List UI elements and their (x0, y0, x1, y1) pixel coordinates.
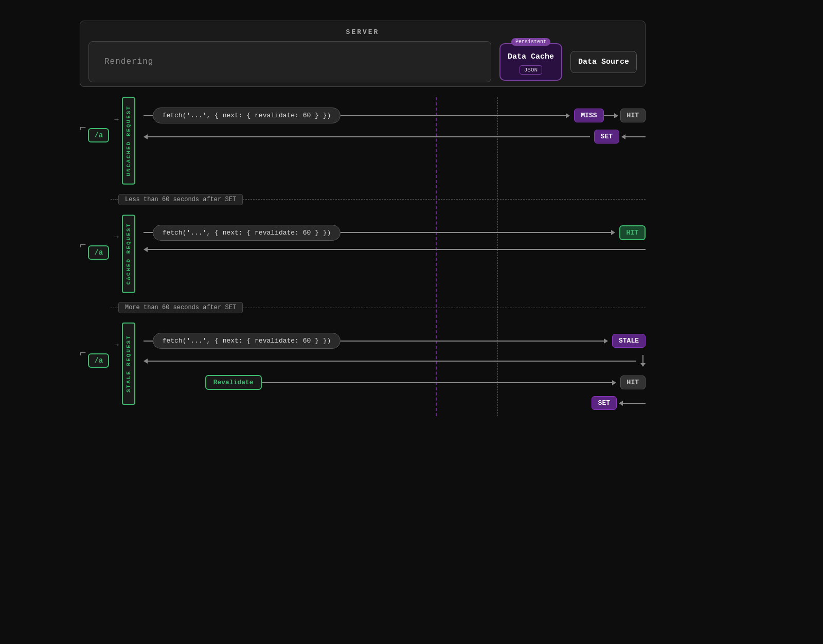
set-badge-stale: SET (592, 396, 617, 410)
stale-section: ⌐ /a → STALE REQUEST fetch('...', { next… (80, 323, 646, 416)
stale-return-row (144, 355, 646, 367)
stale-badge: STALE (612, 334, 646, 348)
stale-fetch-row: fetch('...', { next: { revalidate: 60 } … (144, 333, 646, 349)
uncached-arrows: fetch('...', { next: { revalidate: 60 } … (144, 97, 646, 150)
hit-badge-cached: HIT (619, 225, 646, 240)
hook-char-3: ⌐ (80, 346, 86, 360)
separator-label-1: Less than 60 seconds after SET (118, 194, 243, 205)
data-cache-box: Persistent Data Cache JSON (499, 43, 562, 81)
rendering-box: Rendering (88, 41, 491, 82)
separator-2: More than 60 seconds after SET (80, 302, 646, 313)
data-source-box: Data Source (570, 51, 637, 73)
uncached-fetch-row: fetch('...', { next: { revalidate: 60 } … (144, 108, 646, 123)
data-cache-title: Data Cache (508, 52, 554, 61)
uncached-request-label: UNCACHED REQUEST (122, 97, 135, 185)
route-arrow-uncached: → (111, 115, 121, 123)
hit-badge-uncached: HIT (620, 109, 646, 122)
revalidate-badge: Revalidate (205, 375, 262, 390)
server-label: SERVER (88, 25, 637, 41)
miss-badge: MISS (574, 109, 603, 122)
hook-char: ⌐ (80, 121, 86, 134)
stale-request-label: STALE REQUEST (122, 323, 135, 405)
separator-1: Less than 60 seconds after SET (80, 194, 646, 205)
cached-request-label: CACHED REQUEST (122, 214, 135, 293)
rendering-label: Rendering (104, 57, 153, 66)
data-source-label: Data Source (578, 58, 629, 66)
stale-revalidate-row: Revalidate HIT (144, 375, 646, 390)
uncached-section: ⌐ /a → UNCACHED REQUEST fetch('...', { n… (80, 97, 646, 185)
set-badge-uncached: SET (594, 130, 619, 144)
fetch-pill-cached: fetch('...', { next: { revalidate: 60 } … (153, 225, 341, 241)
cached-arrows: fetch('...', { next: { revalidate: 60 } … (144, 214, 646, 258)
hook-char-2: ⌐ (80, 238, 86, 252)
route-arrow-stale: → (111, 341, 121, 349)
server-box: SERVER Rendering Persistent Data Cache J… (80, 21, 646, 87)
cached-return-row (144, 247, 646, 252)
route-arrow-cached: → (111, 232, 121, 241)
cached-fetch-row: fetch('...', { next: { revalidate: 60 } … (144, 225, 646, 241)
persistent-badge: Persistent (511, 38, 550, 46)
route-label-stale: /a (88, 353, 109, 368)
stale-set-row: SET (144, 396, 646, 410)
uncached-set-row: SET (144, 130, 646, 144)
json-badge: JSON (520, 65, 542, 75)
diagram-container: SERVER Rendering Persistent Data Cache J… (80, 21, 646, 421)
fetch-pill-stale: fetch('...', { next: { revalidate: 60 } … (153, 333, 341, 349)
fetch-pill-uncached: fetch('...', { next: { revalidate: 60 } … (153, 108, 341, 123)
stale-arrows: fetch('...', { next: { revalidate: 60 } … (144, 323, 646, 416)
route-label-uncached: /a (88, 128, 109, 142)
route-label-cached: /a (88, 245, 109, 260)
cached-section: ⌐ /a → CACHED REQUEST fetch('...', { nex… (80, 214, 646, 293)
separator-label-2: More than 60 seconds after SET (118, 302, 243, 313)
hit-badge-stale: HIT (620, 375, 646, 389)
